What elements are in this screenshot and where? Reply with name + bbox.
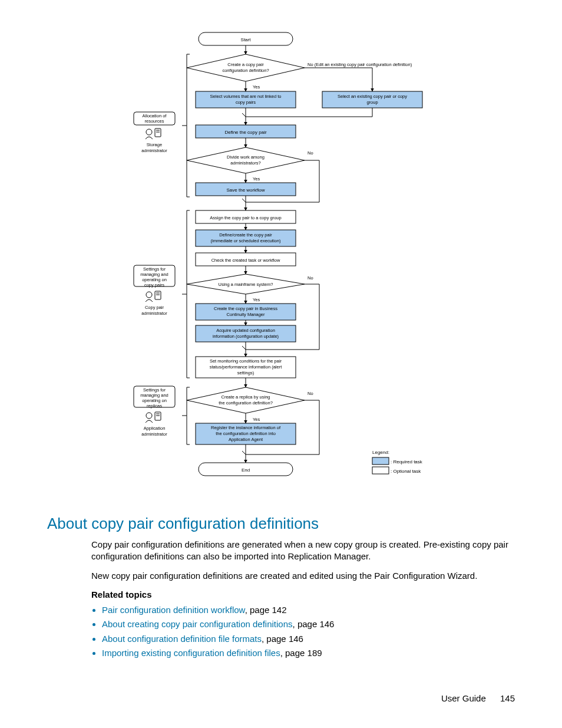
svg-text:operating on: operating on (142, 277, 167, 282)
svg-text:Register the instance informat: Register the instance information of (211, 425, 281, 430)
svg-text:copy pairs: copy pairs (144, 282, 164, 288)
flowchart-diagram: Start Create a copy pair configuration d… (47, 29, 515, 500)
paragraph-2: New copy pair configuration definitions … (91, 570, 515, 582)
link-text[interactable]: About configuration definition file form… (102, 634, 262, 644)
svg-text:the configuration definition i: the configuration definition into (216, 431, 276, 436)
link-text[interactable]: Importing existing configuration definit… (102, 648, 280, 658)
svg-text:Save the workflow: Save the workflow (227, 187, 265, 193)
start-label: Start (241, 37, 252, 42)
related-links-list: Pair configuration definition workflow, … (102, 604, 515, 659)
svg-text:No: No (308, 391, 313, 396)
link-text[interactable]: Pair configuration definition workflow (102, 605, 245, 615)
svg-text:Settings for: Settings for (143, 266, 166, 272)
svg-rect-120 (372, 467, 389, 474)
svg-text:administrator: administrator (141, 311, 167, 316)
end-label: End (242, 467, 250, 473)
svg-text:Define/create the copy pair: Define/create the copy pair (219, 232, 272, 238)
svg-text:No: No (308, 275, 313, 281)
svg-rect-91 (155, 129, 161, 137)
svg-text:Select volumes that are not li: Select volumes that are not linked to (210, 94, 282, 99)
svg-text:group: group (366, 100, 378, 105)
footer-page-number: 145 (500, 693, 515, 703)
svg-text:administrators?: administrators? (230, 160, 260, 166)
svg-text:Create a copy pair: Create a copy pair (227, 62, 264, 67)
svg-text:Acquire updated configuration: Acquire updated configuration (216, 328, 275, 333)
svg-text:: Required task: : Required task (391, 459, 423, 465)
svg-point-90 (146, 129, 152, 135)
svg-rect-102 (155, 291, 161, 299)
svg-line-18 (242, 113, 246, 117)
section-heading: About copy pair configuration definition… (47, 515, 515, 533)
svg-text:resources: resources (145, 118, 164, 124)
related-topics-heading: Related topics (91, 589, 515, 601)
svg-text:: Optional task: : Optional task (391, 469, 421, 474)
svg-text:operating on: operating on (142, 398, 167, 403)
svg-line-84 (242, 451, 246, 454)
svg-text:configuration definition?: configuration definition? (222, 68, 269, 73)
svg-text:Divide work among: Divide work among (227, 154, 265, 160)
svg-text:managing and: managing and (140, 393, 168, 398)
svg-text:Select an existing copy pair o: Select an existing copy pair or copy (338, 94, 407, 99)
link-text[interactable]: About creating copy pair configuration d… (102, 619, 293, 629)
legend-title: Legend: (372, 450, 389, 455)
svg-text:Application Agent: Application Agent (229, 437, 263, 442)
svg-text:Allocation of: Allocation of (143, 113, 167, 118)
svg-text:Yes: Yes (253, 417, 260, 422)
svg-text:Create the copy pair in Busine: Create the copy pair in Business (214, 306, 277, 311)
related-link: Importing existing configuration definit… (102, 647, 515, 659)
svg-text:Create a replica by using: Create a replica by using (222, 394, 270, 400)
svg-text:information (configuration upd: information (configuration update) (213, 334, 279, 339)
svg-text:Set monitoring conditions for : Set monitoring conditions for the pair (210, 358, 282, 364)
footer-label: User Guide (441, 693, 486, 703)
related-link: About creating copy pair configuration d… (102, 618, 515, 630)
svg-text:Define the copy pair: Define the copy pair (224, 130, 266, 135)
svg-text:Continuity Manager: Continuity Manager (226, 312, 265, 317)
svg-text:replicas: replicas (147, 403, 162, 409)
svg-text:No: No (308, 150, 313, 156)
svg-line-35 (242, 199, 246, 202)
svg-text:(immediate or scheduled execut: (immediate or scheduled execution) (211, 238, 281, 243)
svg-text:Yes: Yes (253, 176, 260, 182)
svg-text:the configuration definition?: the configuration definition? (219, 400, 273, 406)
svg-text:Assign the copy pair to a copy: Assign the copy pair to a copy group (210, 215, 281, 220)
svg-text:Yes: Yes (253, 297, 260, 302)
page-footer: User Guide 145 (441, 693, 515, 703)
svg-text:administrator: administrator (141, 148, 167, 153)
svg-text:Storage: Storage (147, 142, 162, 147)
paragraph-1: Copy pair configuration definitions are … (91, 539, 515, 563)
related-link: Pair configuration definition workflow, … (102, 604, 515, 616)
svg-text:Copy pair: Copy pair (145, 305, 164, 310)
svg-text:Application: Application (144, 426, 166, 431)
svg-line-63 (242, 346, 246, 350)
svg-text:Yes: Yes (253, 84, 260, 90)
svg-text:managing and: managing and (140, 272, 168, 277)
svg-rect-118 (372, 457, 389, 465)
svg-text:Settings for: Settings for (143, 387, 166, 393)
svg-text:settings): settings) (237, 370, 254, 375)
svg-rect-113 (155, 412, 161, 420)
svg-text:status/performance information: status/performance information (alert (210, 364, 282, 370)
svg-text:administrator: administrator (141, 431, 167, 437)
svg-point-112 (146, 413, 152, 419)
svg-text:Check the created task or work: Check the created task or workflow (211, 258, 280, 263)
svg-text:copy pairs: copy pairs (236, 100, 256, 105)
svg-point-101 (146, 292, 152, 298)
svg-text:Using a mainframe system?: Using a mainframe system? (219, 282, 273, 287)
no-branch-detail: No (Edit an existing copy pair configura… (308, 62, 412, 67)
related-link: About configuration definition file form… (102, 633, 515, 645)
